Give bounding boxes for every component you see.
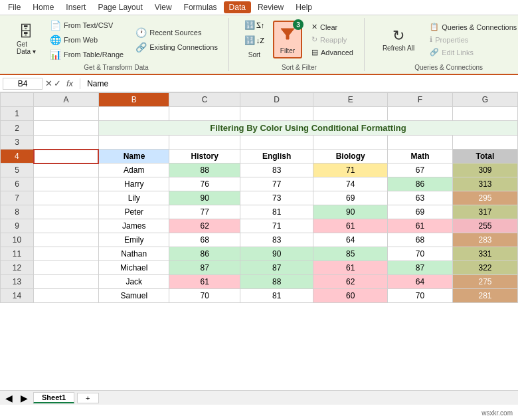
cell-james-english[interactable]: 71 — [240, 219, 313, 233]
cell-emily-biology[interactable]: 64 — [313, 233, 388, 247]
cell-peter-total[interactable]: 317 — [452, 205, 517, 219]
edit-links-button[interactable]: 🔗 Edit Links — [426, 47, 518, 58]
cell-michael-total[interactable]: 322 — [452, 261, 517, 275]
cell-adam-math[interactable]: 67 — [388, 163, 453, 177]
sort-za-button[interactable]: 🔢 ↓Z — [242, 34, 267, 47]
cell-samuel-english[interactable]: 81 — [240, 289, 313, 303]
row-header-4[interactable]: 4 — [1, 150, 34, 163]
from-web-button[interactable]: 🌐 From Web — [46, 33, 128, 47]
table-header-biology[interactable]: Biology — [313, 150, 388, 163]
cell-adam-biology[interactable]: 71 — [313, 163, 388, 177]
row-header-13[interactable]: 13 — [1, 275, 34, 289]
col-header-a[interactable]: A — [34, 93, 99, 107]
cell-michael-name[interactable]: Michael — [98, 261, 169, 275]
row-header-12[interactable]: 12 — [1, 261, 34, 275]
menu-help[interactable]: Help — [290, 1, 317, 13]
reapply-button[interactable]: ↻ Reapply — [307, 34, 357, 45]
menu-home[interactable]: Home — [27, 1, 59, 13]
cell-reference-input[interactable] — [3, 78, 43, 90]
from-table-button[interactable]: 📊 From Table/Range — [46, 48, 128, 61]
cell-lily-name[interactable]: Lily — [98, 191, 169, 205]
cell-samuel-math[interactable]: 70 — [388, 289, 453, 303]
cell-james-math[interactable]: 61 — [388, 219, 453, 233]
cell-nathan-english[interactable]: 90 — [240, 247, 313, 261]
cell-adam-english[interactable]: 83 — [240, 163, 313, 177]
formula-input[interactable] — [84, 79, 515, 88]
cell-harry-history[interactable]: 76 — [169, 177, 240, 191]
cell-peter-math[interactable]: 69 — [388, 205, 453, 219]
cell-jack-math[interactable]: 64 — [388, 275, 453, 289]
col-header-b[interactable]: B — [98, 93, 169, 107]
cell-nathan-history[interactable]: 86 — [169, 247, 240, 261]
cell-james-name[interactable]: James — [98, 219, 169, 233]
cell-emily-math[interactable]: 68 — [388, 233, 453, 247]
cell-emily-name[interactable]: Emily — [98, 233, 169, 247]
menu-formulas[interactable]: Formulas — [179, 1, 222, 13]
cell-jack-history[interactable]: 61 — [169, 275, 240, 289]
col-header-c[interactable]: C — [169, 93, 240, 107]
queries-connections-button[interactable]: 📋 Queries & Connections — [426, 21, 518, 33]
row-header-3[interactable]: 3 — [1, 136, 34, 150]
properties-button[interactable]: ℹ Properties — [426, 34, 518, 45]
col-header-d[interactable]: D — [240, 93, 313, 107]
cell-james-total[interactable]: 255 — [452, 219, 517, 233]
cell-harry-name[interactable]: Harry — [98, 177, 169, 191]
cell-peter-name[interactable]: Peter — [98, 205, 169, 219]
cell-emily-total[interactable]: 283 — [452, 233, 517, 247]
cell-jack-english[interactable]: 88 — [240, 275, 313, 289]
cell-peter-english[interactable]: 81 — [240, 205, 313, 219]
col-header-e[interactable]: E — [313, 93, 388, 107]
cell-jack-name[interactable]: Jack — [98, 275, 169, 289]
row-header-14[interactable]: 14 — [1, 289, 34, 303]
cell-peter-history[interactable]: 77 — [169, 205, 240, 219]
sheet-navigate-left[interactable]: ◀ — [3, 393, 15, 403]
refresh-all-button[interactable]: ↻ Refresh All — [377, 24, 420, 55]
from-text-button[interactable]: 📄 From Text/CSV — [46, 19, 128, 32]
table-header-total[interactable]: Total — [452, 150, 517, 163]
cell-lily-history[interactable]: 90 — [169, 191, 240, 205]
spreadsheet-title[interactable]: Filtering By Color Using Conditional For… — [98, 121, 517, 136]
row-header-1[interactable]: 1 — [1, 107, 34, 121]
cell-nathan-total[interactable]: 331 — [452, 247, 517, 261]
table-header-english[interactable]: English — [240, 150, 313, 163]
table-header-history[interactable]: History — [169, 150, 240, 163]
cell-nathan-math[interactable]: 70 — [388, 247, 453, 261]
advanced-button[interactable]: ▤ Advanced — [307, 47, 357, 58]
cell-harry-biology[interactable]: 74 — [313, 177, 388, 191]
cell-adam-total[interactable]: 309 — [452, 163, 517, 177]
cell-harry-english[interactable]: 77 — [240, 177, 313, 191]
clear-button[interactable]: ✕ Clear — [307, 21, 357, 33]
cell-peter-biology[interactable]: 90 — [313, 205, 388, 219]
cell-lily-biology[interactable]: 69 — [313, 191, 388, 205]
row-header-11[interactable]: 11 — [1, 247, 34, 261]
cell-michael-math[interactable]: 87 — [388, 261, 453, 275]
cell-jack-total[interactable]: 275 — [452, 275, 517, 289]
cell-adam-history[interactable]: 88 — [169, 163, 240, 177]
sort-button[interactable]: Sort — [241, 49, 268, 60]
cell-adam-name[interactable]: Adam — [98, 163, 169, 177]
cell-lily-math[interactable]: 63 — [388, 191, 453, 205]
cell-samuel-history[interactable]: 70 — [169, 289, 240, 303]
cell-michael-english[interactable]: 87 — [240, 261, 313, 275]
menu-page-layout[interactable]: Page Layout — [92, 1, 147, 13]
recent-sources-button[interactable]: 🕐 Recent Sources — [131, 26, 222, 39]
menu-data[interactable]: Data — [224, 1, 251, 13]
cell-emily-history[interactable]: 68 — [169, 233, 240, 247]
menu-view[interactable]: View — [149, 1, 177, 13]
get-data-button[interactable]: 🗄 GetData ▾ — [11, 21, 42, 58]
cell-nathan-name[interactable]: Nathan — [98, 247, 169, 261]
spreadsheet[interactable]: A B C D E F G 1 2 — [0, 92, 518, 390]
row-header-6[interactable]: 6 — [1, 177, 34, 191]
col-header-g[interactable]: G — [452, 93, 517, 107]
cell-nathan-biology[interactable]: 85 — [313, 247, 388, 261]
menu-review[interactable]: Review — [252, 1, 289, 13]
sort-az-button[interactable]: 🔢 ↑Z — [242, 19, 267, 31]
cell-lily-total[interactable]: 295 — [452, 191, 517, 205]
sheet-navigate-right[interactable]: ▶ — [18, 393, 31, 403]
cell-michael-history[interactable]: 87 — [169, 261, 240, 275]
cell-michael-biology[interactable]: 61 — [313, 261, 388, 275]
sheet-tab-1[interactable]: Sheet1 — [33, 392, 74, 403]
cell-harry-total[interactable]: 313 — [452, 177, 517, 191]
cell-samuel-biology[interactable]: 60 — [313, 289, 388, 303]
existing-connections-button[interactable]: 🔗 Existing Connections — [131, 41, 222, 54]
